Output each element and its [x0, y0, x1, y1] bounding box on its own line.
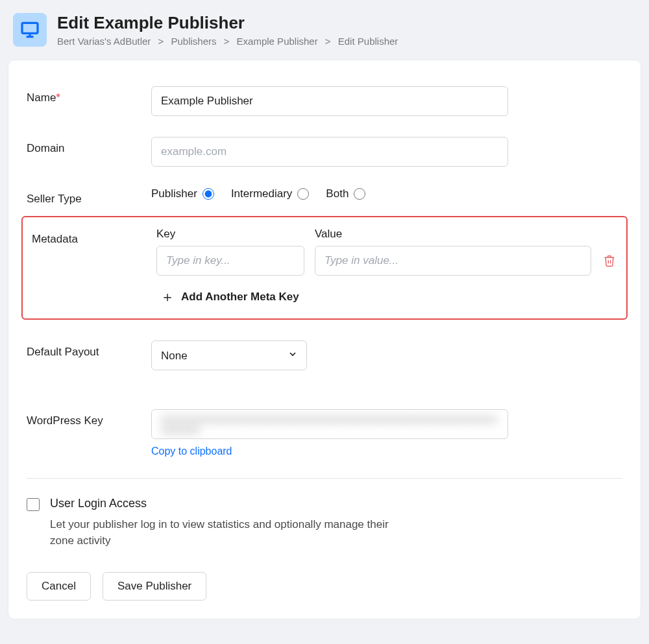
form-card: Name* Domain Seller Type Publisher: [8, 60, 641, 619]
metadata-key-header: Key: [156, 228, 304, 241]
metadata-delete-button[interactable]: [602, 253, 617, 268]
metadata-label: Metadata: [32, 228, 156, 246]
breadcrumb-item[interactable]: Example Publisher: [237, 36, 318, 47]
default-payout-select[interactable]: None: [151, 340, 307, 370]
save-publisher-button[interactable]: Save Publisher: [103, 572, 206, 601]
metadata-value-header: Value: [315, 228, 342, 241]
seller-type-both-option[interactable]: Both: [326, 187, 365, 200]
seller-type-publisher-radio[interactable]: [202, 188, 214, 200]
breadcrumb-item[interactable]: Publishers: [171, 36, 216, 47]
wordpress-key-label: WordPress Key: [27, 409, 151, 427]
seller-type-intermediary-radio[interactable]: [297, 188, 309, 200]
user-login-access-description: Let your publisher log in to view statis…: [50, 517, 400, 549]
svg-rect-0: [22, 23, 38, 33]
section-divider: [27, 478, 622, 479]
trash-icon: [603, 254, 616, 267]
plus-icon: ＋: [160, 290, 175, 304]
copy-to-clipboard-link[interactable]: Copy to clipboard: [151, 446, 232, 457]
name-label: Name*: [27, 86, 151, 104]
page-header: Edit Example Publisher Bert Varias's AdB…: [8, 8, 641, 60]
metadata-value-input[interactable]: [315, 246, 591, 276]
cancel-button[interactable]: Cancel: [27, 572, 91, 601]
breadcrumb-item: Edit Publisher: [338, 36, 398, 47]
publisher-monitor-icon: [13, 13, 47, 47]
user-login-access-title: User Login Access: [50, 497, 400, 510]
seller-type-both-radio[interactable]: [354, 188, 365, 200]
user-login-access-checkbox[interactable]: [27, 498, 40, 511]
default-payout-label: Default Payout: [27, 340, 151, 359]
name-input[interactable]: [151, 86, 508, 116]
metadata-key-input[interactable]: [156, 246, 304, 276]
wordpress-key-value: xxxxxxxxxxxxxxxxxxxxxxxxxxxxxxxxxxxxxxxx…: [151, 409, 508, 439]
domain-label: Domain: [27, 137, 151, 155]
seller-type-publisher-option[interactable]: Publisher: [151, 187, 214, 200]
metadata-section: Metadata Key Value: [21, 216, 628, 320]
domain-input[interactable]: [151, 137, 508, 167]
seller-type-intermediary-option[interactable]: Intermediary: [231, 187, 309, 200]
page-title: Edit Example Publisher: [57, 13, 398, 33]
add-meta-key-button[interactable]: ＋ Add Another Meta Key: [160, 290, 617, 304]
seller-type-label: Seller Type: [27, 187, 151, 206]
breadcrumb: Bert Varias's AdButler > Publishers > Ex…: [57, 36, 398, 47]
breadcrumb-item[interactable]: Bert Varias's AdButler: [57, 36, 151, 47]
